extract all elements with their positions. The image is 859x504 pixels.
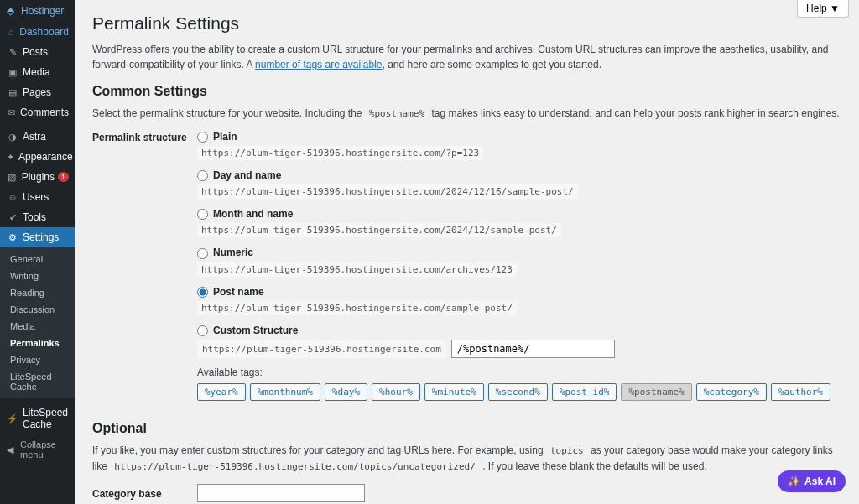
sidebar-item-label: Tools [23,211,46,223]
ask-ai-button[interactable]: ✨ Ask AI [778,470,846,492]
sidebar-item-plugins[interactable]: ▧Plugins1 [0,167,75,187]
menu-icon: ⚡ [7,413,18,424]
sidebar-item-dashboard[interactable]: ⌂Dashboard [0,22,75,42]
sidebar-item-label: Settings [23,231,59,243]
sidebar-item-media[interactable]: ▣Media [0,62,75,82]
permalink-option-plain[interactable]: Plain [197,131,237,143]
sidebar-item-label: Appearance [18,151,73,163]
sidebar-item-tools[interactable]: ✔Tools [0,207,75,227]
permalink-structure-label: Permalink structure [92,130,197,410]
ask-ai-icon: ✨ [788,475,800,487]
custom-structure-input[interactable] [451,340,615,358]
menu-icon: ⌂ [7,27,15,37]
tag-postname[interactable]: %postname% [621,383,691,401]
optional-desc: If you like, you may enter custom struct… [92,443,842,474]
menu-icon: ⚙ [7,232,18,243]
tags-available-link[interactable]: number of tags are available [255,59,382,70]
available-tags-label: Available tags: [197,366,842,378]
permalink-example: https://plum-tiger-519396.hostingersite.… [197,262,517,277]
permalink-option-post-name[interactable]: Post name [197,286,264,298]
brand-icon: ⬘ [7,5,17,17]
permalink-option-numeric[interactable]: Numeric [197,247,253,258]
tag-post_id[interactable]: %post_id% [552,383,617,401]
submenu-permalinks[interactable]: Permalinks [0,335,75,351]
optional-heading: Optional [92,421,842,436]
category-base-input[interactable] [197,484,365,502]
sidebar-item-label: Astra [23,131,46,143]
sidebar-item-label: Comments [20,107,69,118]
menu-icon: ✎ [7,47,18,58]
main-content: Help ▼ Permalink Settings WordPress offe… [75,0,859,504]
brand-label: Hostinger [21,5,64,17]
permalink-radio[interactable] [197,170,208,181]
tag-monthnum[interactable]: %monthnum% [250,383,320,401]
permalink-radio[interactable] [197,209,208,220]
permalink-example: https://plum-tiger-519396.hostingersite.… [197,146,483,160]
brand-link[interactable]: ⬘ Hostinger [0,0,75,22]
tag-hour[interactable]: %hour% [372,383,420,401]
sidebar-item-label: Media [23,66,50,78]
menu-icon: ▣ [7,67,18,78]
sidebar-item-label: Pages [23,86,51,98]
permalink-option-day-and-name[interactable]: Day and name [197,169,281,181]
tag-year[interactable]: %year% [197,383,246,401]
collapse-menu[interactable]: ◀ Collapse menu [0,434,75,465]
sidebar-item-comments[interactable]: ✉Comments [0,102,75,122]
sidebar-item-users[interactable]: ☺Users [0,187,75,207]
collapse-icon: ◀ [7,444,16,455]
sidebar-item-label: LiteSpeed Cache [23,407,69,430]
permalink-example: https://plum-tiger-519396.hostingersite.… [197,223,561,237]
submenu-writing[interactable]: Writing [0,268,75,284]
sidebar-item-label: Dashboard [19,26,69,38]
menu-icon: ✔ [7,212,18,223]
permalink-options: Plainhttps://plum-tiger-519396.hostinger… [197,130,842,410]
common-settings-heading: Common Settings [92,84,842,99]
help-button[interactable]: Help ▼ [797,0,849,18]
sidebar-item-label: Users [23,191,49,203]
submenu-discussion[interactable]: Discussion [0,301,75,318]
menu-icon: ▧ [7,172,18,183]
permalink-radio[interactable] [197,287,208,298]
page-title: Permalink Settings [92,13,842,34]
sidebar-item-label: Posts [23,46,48,58]
tag-author[interactable]: %author% [771,383,830,401]
sidebar-item-litespeed-cache[interactable]: ⚡LiteSpeed Cache [0,403,75,434]
sidebar-item-appearance[interactable]: ✦Appearance [0,147,75,167]
permalink-radio[interactable] [197,325,208,336]
admin-sidebar: ⬘ Hostinger ⌂Dashboard✎Posts▣Media▤Pages… [0,0,75,504]
permalink-example: https://plum-tiger-519396.hostingersite.… [197,184,578,199]
tag-second[interactable]: %second% [488,383,548,401]
tag-minute[interactable]: %minute% [424,383,484,401]
menu-icon: ◑ [7,132,18,143]
menu-icon: ▤ [7,87,18,98]
sidebar-item-pages[interactable]: ▤Pages [0,82,75,102]
menu-icon: ✉ [7,107,16,118]
tag-category[interactable]: %category% [696,383,767,401]
permalink-radio[interactable] [197,132,208,143]
common-desc: Select the permalink structure for your … [92,106,842,122]
menu-icon: ☺ [7,192,18,202]
sidebar-item-astra[interactable]: ◑Astra [0,127,75,147]
sidebar-item-label: Plugins [22,171,55,183]
category-base-label: Category base [92,486,197,500]
permalink-radio[interactable] [197,248,208,259]
sidebar-item-settings[interactable]: ⚙Settings [0,227,75,247]
intro-text: WordPress offers you the ability to crea… [92,42,842,72]
submenu-reading[interactable]: Reading [0,284,75,301]
sidebar-item-posts[interactable]: ✎Posts [0,42,75,62]
submenu-media[interactable]: Media [0,318,75,335]
tag-day[interactable]: %day% [325,383,367,401]
custom-base-url: https://plum-tiger-519396.hostingersite.… [197,340,446,358]
permalink-option-custom-structure[interactable]: Custom Structure [197,325,298,336]
submenu-litespeed-cache[interactable]: LiteSpeed Cache [0,368,75,395]
submenu-privacy[interactable]: Privacy [0,351,75,368]
menu-icon: ✦ [7,152,14,163]
permalink-option-month-and-name[interactable]: Month and name [197,208,293,220]
submenu-general[interactable]: General [0,251,75,268]
permalink-example: https://plum-tiger-519396.hostingersite.… [197,301,517,315]
update-badge: 1 [58,172,69,182]
